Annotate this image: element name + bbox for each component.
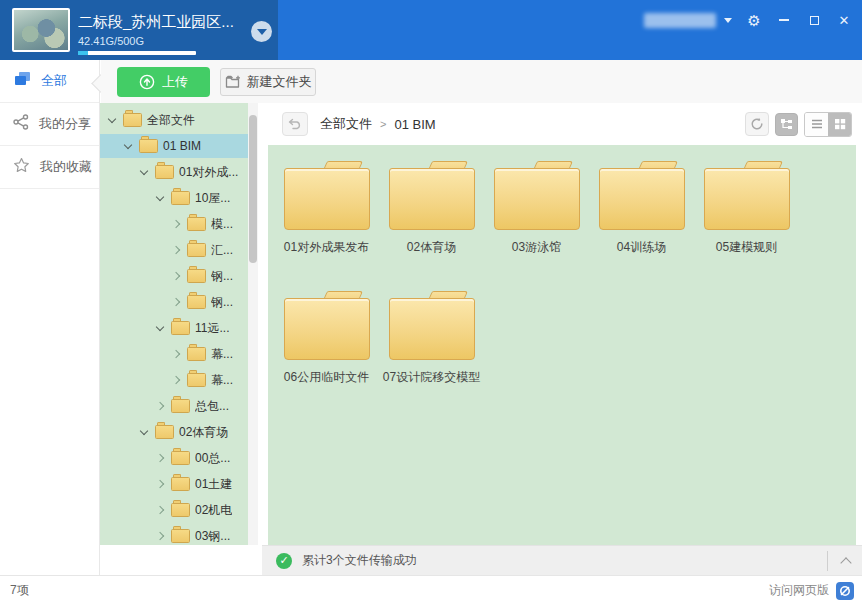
- tree-item[interactable]: 00总...: [100, 445, 248, 471]
- tree-item-label: 03钢...: [195, 528, 230, 545]
- tree-scrollbar[interactable]: [248, 103, 258, 545]
- folder-icon: [284, 289, 370, 363]
- folder-icon: [187, 347, 206, 361]
- folder-icon: [704, 159, 790, 233]
- expand-arrow[interactable]: [138, 166, 150, 178]
- folder-item-label: 02体育场: [379, 239, 484, 256]
- expand-arrow[interactable]: [170, 218, 182, 230]
- maximize-button[interactable]: [806, 12, 822, 28]
- undo-arrow-icon: [288, 118, 302, 130]
- minimize-icon: [779, 19, 789, 21]
- view-toggle: [804, 112, 852, 137]
- expand-arrow[interactable]: [122, 140, 134, 152]
- expand-arrow[interactable]: [170, 270, 182, 282]
- tree-item[interactable]: 全部文件: [100, 107, 248, 133]
- back-button[interactable]: [282, 112, 308, 136]
- success-check-icon: ✓: [276, 553, 292, 569]
- tree-item[interactable]: 总包...: [100, 393, 248, 419]
- minimize-button[interactable]: [776, 12, 792, 28]
- expand-arrow[interactable]: [154, 192, 166, 204]
- breadcrumb-root[interactable]: 全部文件: [320, 115, 372, 133]
- expand-arrow[interactable]: [138, 426, 150, 438]
- item-count: 7项: [10, 582, 29, 599]
- files-area: 01对外成果发布 02体育场 03游泳馆 04训练场 05建模规则: [268, 145, 856, 545]
- folder-item-label: 04训练场: [589, 239, 694, 256]
- refresh-button[interactable]: [745, 112, 769, 136]
- project-thumbnail: [12, 8, 70, 52]
- tree-item[interactable]: 02体育场: [100, 419, 248, 445]
- tree-item[interactable]: 01对外成...: [100, 159, 248, 185]
- tree-item[interactable]: 02机电: [100, 497, 248, 523]
- sidebar: 全部 我的分享 我的收藏: [0, 60, 100, 575]
- app-logo-icon[interactable]: [836, 582, 854, 600]
- tree-item[interactable]: 01 BIM: [100, 133, 248, 159]
- sidebar-item-0[interactable]: 全部: [0, 60, 99, 103]
- folder-icon: [187, 243, 206, 257]
- close-button[interactable]: ✕: [836, 12, 852, 28]
- settings-gear-icon[interactable]: ⚙: [746, 12, 762, 28]
- sidebar-item-2[interactable]: 我的收藏: [0, 146, 99, 189]
- expand-arrow[interactable]: [170, 244, 182, 256]
- tree-layout-button[interactable]: [775, 113, 798, 136]
- expand-arrow[interactable]: [154, 478, 166, 490]
- tree-scrollbar-thumb[interactable]: [249, 115, 257, 263]
- breadcrumb-current[interactable]: 01 BIM: [394, 117, 435, 132]
- tree-item[interactable]: 幕...: [100, 341, 248, 367]
- folder-item[interactable]: 01对外成果发布: [274, 159, 379, 289]
- list-view-button[interactable]: [805, 113, 828, 136]
- expand-arrow[interactable]: [106, 114, 118, 126]
- tree-item-label: 11远...: [195, 320, 229, 337]
- folder-item-label: 06公用临时文件: [274, 369, 379, 386]
- chevron-up-icon[interactable]: [840, 557, 851, 568]
- tree-item-label: 00总...: [195, 450, 230, 467]
- user-caret-down-icon[interactable]: [724, 18, 732, 23]
- expand-arrow[interactable]: [154, 504, 166, 516]
- tree-item[interactable]: 幕...: [100, 367, 248, 393]
- user-account-label[interactable]: [644, 13, 716, 28]
- tree-item[interactable]: 01土建: [100, 471, 248, 497]
- tree-item-label: 汇...: [211, 242, 233, 259]
- expand-arrow[interactable]: [154, 452, 166, 464]
- sidebar-item-1[interactable]: 我的分享: [0, 103, 99, 146]
- folder-icon: [284, 159, 370, 233]
- tree-item[interactable]: 10屋...: [100, 185, 248, 211]
- expand-arrow[interactable]: [154, 322, 166, 334]
- titlebar-controls: ⚙ ✕: [644, 0, 852, 40]
- folder-icon: [187, 373, 206, 387]
- tree-item[interactable]: 钢...: [100, 289, 248, 315]
- folder-item-label: 03游泳馆: [484, 239, 589, 256]
- tree-item-label: 01对外成...: [179, 164, 238, 181]
- expand-arrow[interactable]: [170, 374, 182, 386]
- expand-arrow[interactable]: [154, 400, 166, 412]
- expand-arrow[interactable]: [170, 348, 182, 360]
- folder-item[interactable]: 07设计院移交模型: [379, 289, 484, 419]
- folder-icon: [494, 159, 580, 233]
- swirl-logo-icon: [839, 585, 851, 597]
- upload-button[interactable]: 上传: [117, 67, 210, 97]
- tree-item[interactable]: 03钢...: [100, 523, 248, 545]
- tree-item-label: 钢...: [211, 294, 233, 311]
- new-folder-button[interactable]: 新建文件夹: [220, 68, 316, 96]
- folder-item[interactable]: 03游泳馆: [484, 159, 589, 289]
- tree-item-label: 10屋...: [195, 190, 230, 207]
- folder-item[interactable]: 02体育场: [379, 159, 484, 289]
- tree-item[interactable]: 汇...: [100, 237, 248, 263]
- new-folder-label: 新建文件夹: [247, 73, 312, 91]
- tree-item-label: 幕...: [211, 372, 233, 389]
- folder-item[interactable]: 06公用临时文件: [274, 289, 379, 419]
- folder-item-label: 07设计院移交模型: [379, 369, 484, 386]
- folder-item[interactable]: 04训练场: [589, 159, 694, 289]
- folder-item-label: 01对外成果发布: [274, 239, 379, 256]
- expand-arrow[interactable]: [170, 296, 182, 308]
- folder-item-label: 05建模规则: [694, 239, 799, 256]
- folder-item[interactable]: 05建模规则: [694, 159, 799, 289]
- folder-icon: [171, 477, 190, 491]
- grid-view-button[interactable]: [828, 113, 851, 136]
- tree-item[interactable]: 11远...: [100, 315, 248, 341]
- tree-item[interactable]: 模...: [100, 211, 248, 237]
- tree-item[interactable]: 钢...: [100, 263, 248, 289]
- folder-plus-icon: [225, 75, 241, 89]
- project-switch-button[interactable]: [251, 21, 272, 42]
- open-web-version-link[interactable]: 访问网页版: [769, 582, 829, 599]
- expand-arrow[interactable]: [154, 530, 166, 542]
